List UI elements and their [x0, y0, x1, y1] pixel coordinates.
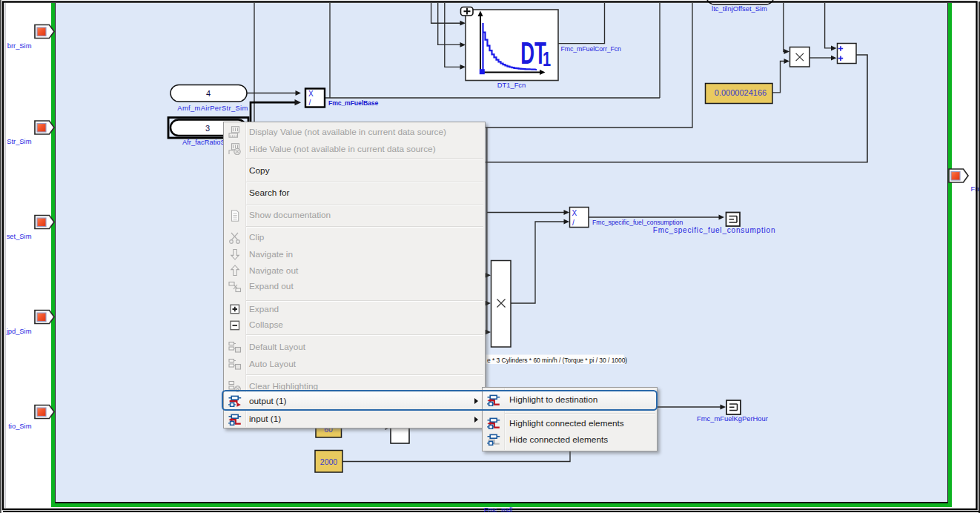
svg-text:jpd_Sim: jpd_Sim — [6, 327, 32, 335]
svg-text:/: / — [572, 219, 575, 227]
svg-text:1: 1 — [543, 47, 551, 70]
svg-text:Afr_facRatioSt: Afr_facRatioSt — [182, 138, 228, 146]
svg-text:Amf_mAirPerStr_Sim: Amf_mAirPerStr_Sim — [177, 104, 248, 112]
svg-text:/: / — [309, 99, 311, 107]
svg-text:Fmc_mFuelCorr_Fcn: Fmc_mFuelCorr_Fcn — [561, 45, 622, 53]
svg-text:Str_Sim: Str_Sim — [7, 137, 32, 145]
svg-text:2000: 2000 — [320, 457, 338, 466]
svg-text:Fmc_mFuelKgPerHour: Fmc_mFuelKgPerHour — [697, 414, 768, 423]
svg-text:set_Sim: set_Sim — [7, 232, 32, 240]
svg-text:ltc_tilnjOffset_Sim: ltc_tilnjOffset_Sim — [712, 4, 767, 13]
svg-text:e * 3 Cylinders * 60 min/h / (: e * 3 Cylinders * 60 min/h / (Torque * p… — [487, 357, 627, 364]
svg-text:4: 4 — [206, 89, 211, 98]
svg-text:Fmc_mdl: Fmc_mdl — [484, 506, 513, 513]
svg-text:DT1_Fcn: DT1_Fcn — [497, 81, 526, 89]
svg-text:tio_Sim: tio_Sim — [8, 422, 31, 430]
svg-text:0.0000024166: 0.0000024166 — [715, 88, 767, 97]
svg-text:brr_Sim: brr_Sim — [7, 42, 32, 50]
svg-text:X: X — [572, 209, 577, 217]
svg-text:Fmc_specific_fuel_consumption: Fmc_specific_fuel_consumption — [592, 219, 683, 226]
svg-text:Fmc_mFuelBase: Fmc_mFuelBase — [328, 99, 378, 107]
svg-text:Fmc_specific_fuel_consumption: Fmc_specific_fuel_consumption — [653, 226, 776, 234]
svg-text:3: 3 — [205, 124, 210, 133]
svg-text:X: X — [308, 90, 314, 98]
